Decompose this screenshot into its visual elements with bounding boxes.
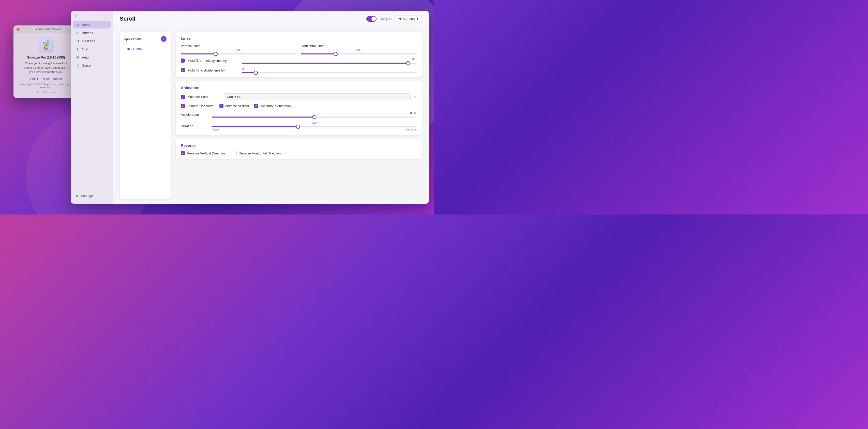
about-app-icon: 🧋 <box>38 37 54 53</box>
duration-label: Duration <box>181 124 209 128</box>
continuous-animation-item: ✓ Continuous Animation <box>254 104 291 108</box>
about-url: https://Smooze.co <box>35 91 57 94</box>
reddit-link[interactable]: Reddit <box>53 77 62 81</box>
about-desc-line3: We'd love to hear from you. <box>29 70 63 73</box>
sidebar-grab-label: Grab <box>82 47 89 51</box>
chevron-down-icon: ▾ <box>417 17 418 21</box>
traffic-light-close[interactable] <box>17 28 20 31</box>
about-desc-line1: Thank you for using Smooze Pro! <box>25 62 67 65</box>
animate-horizontal-item: ✓ Animate Horizontal <box>181 104 214 108</box>
about-app-name: Smooze Pro 2.0.15 (555) <box>27 55 65 59</box>
horizontal-lines-fill <box>301 53 336 54</box>
sidebar-item-scroll[interactable]: ⊙ Scroll <box>73 21 111 28</box>
animate-vertical-checkbox[interactable]: ✓ <box>219 104 223 108</box>
apple-icon <box>126 46 131 51</box>
vertical-lines-thumb[interactable] <box>214 52 218 56</box>
scroll-toggle[interactable] <box>366 16 376 22</box>
animate-horizontal-label: Animate Horizontal <box>186 104 214 108</box>
animate-scroll-checkbox[interactable]: ✓ <box>181 95 185 99</box>
apply-to-dropdown[interactable]: All Screens ▾ <box>395 16 422 22</box>
duration-slider-container: 700 Faster Smoother <box>212 121 417 131</box>
vertical-lines-slider[interactable] <box>181 53 297 54</box>
lines-row: Vertical Lines 2.00 <box>181 44 417 54</box>
acceleration-slider[interactable] <box>212 117 417 118</box>
reverse-horizontal-item: Reverse Horizontal Direction <box>232 151 281 155</box>
acceleration-label: Acceleration <box>181 113 209 117</box>
divide-label: Hold ⌥ to divide lines by <box>188 68 239 72</box>
settings-panel: Lines Vertical Lines 2.00 <box>176 32 422 199</box>
reverse-horizontal-label: Reverse Horizontal Direction <box>239 151 281 155</box>
acceleration-thumb[interactable] <box>312 115 316 119</box>
duration-row: Duration 700 Faster Smoother <box>181 121 417 131</box>
buttons-icon: ⊡ <box>76 31 80 35</box>
email-link[interactable]: Email <box>30 77 38 81</box>
list-item[interactable]: Global <box>124 45 166 53</box>
sidebar-cursor-label: Cursor <box>82 64 92 67</box>
about-desc-line2: Found a bug or have a suggestion? <box>24 66 68 69</box>
about-content: 🧋 Smooze Pro 2.0.15 (555) Thank you for … <box>13 33 79 98</box>
sidebar-item-cursor[interactable]: ↖ Cursor <box>73 62 111 69</box>
sidebar-item-buttons[interactable]: ⊡ Buttons <box>73 29 111 37</box>
horizontal-lines-header: Horizontal Lines <box>301 44 417 48</box>
duration-thumb[interactable] <box>296 125 300 129</box>
settings-label: Settings <box>81 194 93 198</box>
sidebar-buttons-label: Buttons <box>82 31 93 35</box>
duration-value: 700 <box>312 121 316 124</box>
divide-slider[interactable] <box>242 72 417 73</box>
acceleration-slider-container: 0.50 <box>212 111 417 118</box>
animate-vertical-item: ✓ Animate Vertical <box>219 104 249 108</box>
about-copyright: Copyright © 2017 Segev Sherry. All right… <box>18 83 74 89</box>
vertical-lines-value: 2.00 <box>181 48 297 51</box>
animate-scroll-label: Animate Scroll <box>188 95 221 99</box>
multiply-thumb[interactable] <box>406 61 410 65</box>
acceleration-fill <box>212 117 314 118</box>
animate-scroll-row: ✓ Animate Scroll CubicOut ✏ <box>181 93 417 100</box>
reverse-vertical-item: ✓ Reverse Vertical Direction <box>181 151 225 155</box>
vertical-lines-label: Vertical Lines <box>181 44 214 48</box>
about-titlebar: About Smooze Pro <box>13 25 79 33</box>
multiply-checkbox[interactable]: ✓ <box>181 59 185 63</box>
reverse-horizontal-checkbox[interactable] <box>232 151 237 155</box>
sidebar-auto-label: Auto <box>82 55 89 59</box>
animation-checkboxes-row: ✓ Animate Horizontal ✓ Animate Vertical … <box>181 104 417 108</box>
horizontal-lines-label: Horizontal Lines <box>301 44 334 48</box>
applications-panel: Applications + Global <box>120 32 170 199</box>
multiply-value: 18 <box>242 58 417 61</box>
continuous-animation-checkbox[interactable]: ✓ <box>254 104 258 108</box>
multiply-fill <box>242 63 408 64</box>
edit-animation-icon[interactable]: ✏ <box>414 95 417 99</box>
horizontal-lines-slider[interactable] <box>301 53 417 54</box>
sidebar-scroll-label: Scroll <box>82 23 90 27</box>
sidebar-item-grab[interactable]: ✦ Grab <box>73 45 111 53</box>
sidebar-item-gestures[interactable]: ↺ Gestures <box>73 37 111 45</box>
duration-slider[interactable] <box>212 126 417 127</box>
animate-horizontal-checkbox[interactable]: ✓ <box>181 104 185 108</box>
animation-type-select[interactable]: CubicOut <box>224 93 411 100</box>
add-application-button[interactable]: + <box>161 36 166 42</box>
twitter-link[interactable]: Twitter <box>41 77 50 81</box>
divide-checkbox[interactable]: ✓ <box>181 68 185 72</box>
horizontal-lines-thumb[interactable] <box>334 52 338 56</box>
sidebar-item-auto[interactable]: ◎ Auto <box>73 53 111 61</box>
multiply-row: ✓ Hold ⌘ to multiply lines by 18 <box>181 58 417 64</box>
settings-gear-icon: ⚙ <box>76 194 79 198</box>
apply-to-value: All Screens <box>398 17 415 21</box>
window-close-button[interactable] <box>74 14 77 17</box>
continuous-animation-label: Continuous Animation <box>259 104 291 108</box>
divide-row: ✓ Hold ⌥ to divide lines by 2 <box>181 67 417 73</box>
animate-vertical-label: Animate Vertical <box>225 104 249 108</box>
scroll-icon: ⊙ <box>76 23 80 27</box>
main-window: ⊙ Scroll ⊡ Buttons ↺ Gestures ✦ Grab ◎ A… <box>71 11 429 204</box>
sidebar-settings[interactable]: ⚙ Settings <box>71 192 113 200</box>
reverse-vertical-checkbox[interactable]: ✓ <box>181 151 185 155</box>
content-body: Applications + Global <box>113 27 429 204</box>
divide-slider-container: 2 <box>242 67 417 73</box>
divide-thumb[interactable] <box>254 71 258 75</box>
horizontal-lines-value: 2.00 <box>301 48 417 51</box>
apply-to-label: Apply to <box>380 17 392 21</box>
vertical-lines-setting: Vertical Lines 2.00 <box>181 44 297 54</box>
multiply-slider[interactable] <box>242 63 417 64</box>
about-window: About Smooze Pro 🧋 Smooze Pro 2.0.15 (55… <box>13 25 79 98</box>
multiply-label: Hold ⌘ to multiply lines by <box>188 59 239 63</box>
sidebar: ⊙ Scroll ⊡ Buttons ↺ Gestures ✦ Grab ◎ A… <box>71 11 113 204</box>
